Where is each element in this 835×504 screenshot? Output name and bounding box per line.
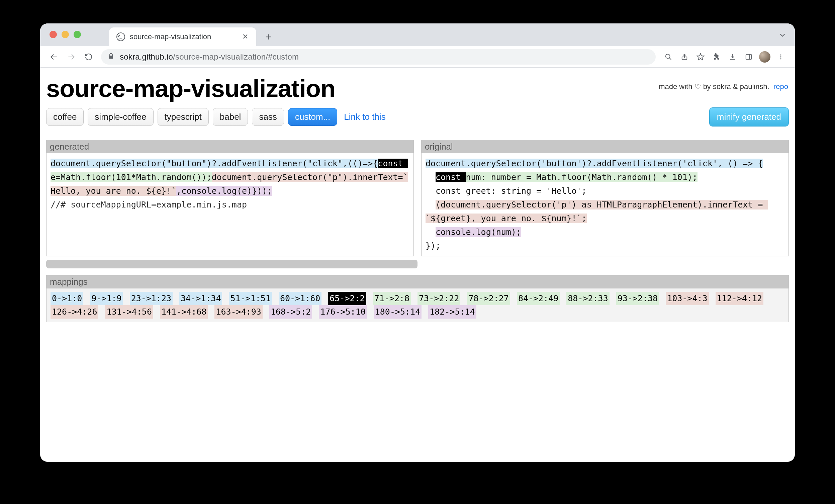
preset-button-sass[interactable]: sass [252,108,284,126]
code-token[interactable]: "button")?. [166,159,222,168]
window-zoom-icon[interactable] [74,31,81,38]
code-token[interactable]: querySelector( [257,173,327,182]
mapping-item[interactable]: 131->4:56 [105,305,153,319]
bookmark-star-icon[interactable] [693,50,708,64]
minify-button[interactable]: minify generated [709,107,789,126]
mapping-item[interactable]: 0->1:0 [50,292,83,305]
original-code-area[interactable]: document.querySelector('button')?.addEve… [422,153,789,256]
generated-code-area[interactable]: document.querySelector("button")?.addEve… [46,153,413,215]
code-token[interactable]: ,console. [176,186,222,196]
code-token[interactable]: ${e}!` [146,186,176,196]
profile-avatar[interactable] [757,50,772,64]
code-token[interactable]: ( [435,200,441,209]
tabs-menu-button[interactable] [778,31,787,41]
address-bar[interactable]: sokra.github.io/source-map-visualization… [101,49,656,65]
mapping-item[interactable]: 112->4:12 [716,292,763,305]
code-token[interactable]: Math. [536,173,561,182]
code-token[interactable]: num: number = [466,173,536,182]
mapping-item[interactable]: 23->1:23 [130,292,172,305]
mapping-item[interactable]: 176->5:10 [319,305,367,319]
code-token[interactable]: const [435,173,466,182]
code-token[interactable]: document. [426,159,471,168]
mapping-item[interactable]: 93->2:38 [616,292,659,305]
code-token[interactable]: floor( [86,173,116,182]
new-tab-button[interactable]: ＋ [263,31,274,42]
preset-button-simple-coffee[interactable]: simple-coffee [88,108,153,126]
code-token[interactable]: random() * [617,173,672,182]
mapping-item[interactable]: 73->2:22 [418,292,460,305]
sidepanel-icon[interactable] [741,50,756,64]
forward-button[interactable] [64,50,78,64]
kebab-menu-icon[interactable] [773,50,788,64]
mapping-item[interactable]: 141->4:68 [160,305,208,319]
code-token[interactable]: e= [50,173,61,182]
preset-button-coffee[interactable]: coffee [46,108,84,126]
code-token[interactable]: floor( [561,173,591,182]
code-token[interactable]: innerText= [352,173,403,182]
code-token[interactable]: random()); [161,173,212,182]
mapping-item[interactable]: 71->2:8 [373,292,411,305]
code-token[interactable]: document. [212,173,257,182]
code-token[interactable]: "p"). [327,173,352,182]
mapping-item[interactable]: 182->5:14 [428,305,476,319]
mapping-item[interactable]: 103->4:3 [666,292,709,305]
generated-hscrollbar[interactable] [46,260,789,268]
mapping-item[interactable]: 163->4:93 [215,305,262,319]
mappings-list[interactable]: 0->1:09->1:923->1:2334->1:3451->1:5160->… [46,288,789,322]
code-token[interactable]: const greet: string = 'Hello'; [426,186,587,196]
repo-link[interactable]: repo [773,82,788,91]
code-token[interactable] [426,200,435,209]
mapping-item[interactable]: 78->2:27 [467,292,510,305]
reload-button[interactable] [82,50,96,64]
mapping-item[interactable]: 84->2:49 [517,292,560,305]
code-token[interactable]: Math. [592,173,617,182]
code-token[interactable]: 'button')?. [541,159,597,168]
code-token[interactable]: addEventListener( [222,159,307,168]
code-token[interactable] [426,173,435,182]
mapping-item[interactable]: 51->1:51 [229,292,272,305]
code-token[interactable]: log( [476,227,496,237]
link-to-this[interactable]: Link to this [344,112,385,122]
code-token[interactable]: querySelector( [486,200,557,209]
browser-tab[interactable]: source-map-visualization ✕ [109,27,256,46]
code-token[interactable]: const [378,159,408,168]
code-token[interactable]: ${num}!`; [541,214,587,223]
preset-button-babel[interactable]: babel [213,108,248,126]
mapping-item[interactable]: 34->1:34 [179,292,222,305]
code-token[interactable]: Math. [136,173,161,182]
code-token[interactable]: console. [435,227,476,237]
preset-button-typescript[interactable]: typescript [158,108,209,126]
window-minimize-icon[interactable] [62,31,69,38]
code-token[interactable]: e)})); [242,186,272,196]
window-close-icon[interactable] [49,31,57,38]
code-token[interactable]: 101); [672,173,697,182]
code-token[interactable]: `${greet}, you are no. [426,214,541,223]
code-token[interactable]: document. [441,200,486,209]
mapping-item[interactable]: 60->1:60 [279,292,322,305]
download-icon[interactable] [725,50,740,64]
search-icon[interactable] [661,50,676,64]
mapping-item[interactable]: 65->2:2 [328,292,366,305]
mapping-item[interactable]: 126->4:26 [50,305,98,319]
code-token[interactable]: querySelector( [96,159,166,168]
code-token[interactable]: log( [222,186,242,196]
code-token[interactable]: 'p') as HTMLParagraphElement). [556,200,708,209]
code-token[interactable]: document. [50,159,96,168]
code-token[interactable]: num); [496,227,521,237]
mapping-item[interactable]: 168->5:2 [269,305,312,319]
extensions-icon[interactable] [709,50,724,64]
tab-close-button[interactable]: ✕ [241,33,249,41]
code-token[interactable] [426,227,435,237]
code-token[interactable]: Math. [61,173,86,182]
code-token[interactable]: querySelector( [471,159,541,168]
share-icon[interactable] [677,50,692,64]
mapping-item[interactable]: 180->5:14 [374,305,422,319]
mapping-item[interactable]: 88->2:33 [566,292,609,305]
code-token[interactable]: "click",(()=>{ [307,159,378,168]
back-button[interactable] [47,50,61,64]
custom-button[interactable]: custom... [288,108,337,126]
code-token[interactable]: 101* [116,173,136,182]
code-token[interactable]: addEventListener( [597,159,683,168]
code-token[interactable]: }); [426,241,441,251]
code-token[interactable]: 'click', [683,159,728,168]
